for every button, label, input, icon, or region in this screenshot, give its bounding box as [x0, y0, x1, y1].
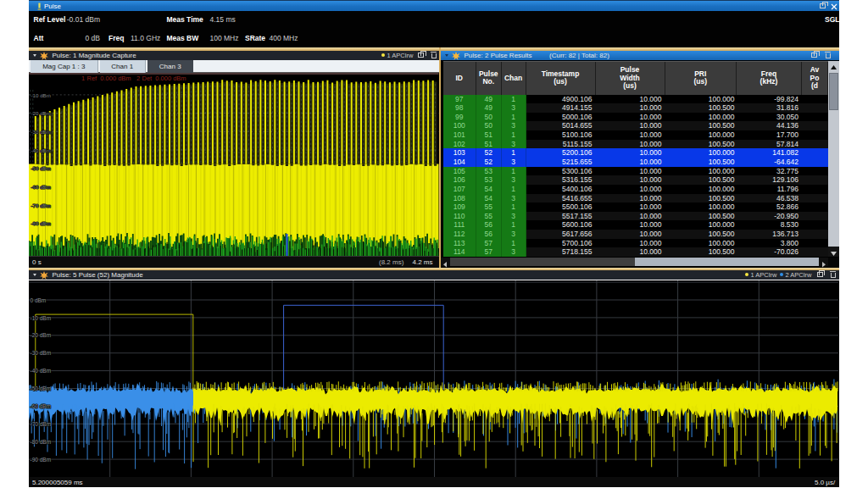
svg-text:-10 dBm: -10 dBm: [31, 92, 51, 97]
svg-text:-40 dBm: -40 dBm: [31, 368, 52, 374]
svg-text:0 dBm: 0 dBm: [31, 297, 47, 302]
svg-text:Ref 0.000 dBm: Ref 0.000 dBm: [87, 75, 131, 82]
svg-text:Det 0.000 dBm: Det 0.000 dBm: [142, 75, 186, 82]
svg-text:-30 dBm: -30 dBm: [31, 350, 52, 356]
svg-text:-40 dBm: -40 dBm: [31, 147, 51, 152]
svg-text:-60 dBm: -60 dBm: [31, 184, 51, 190]
svg-text:-60 dBm: -60 dBm: [31, 403, 52, 409]
svg-text:-90 dBm: -90 dBm: [31, 456, 52, 462]
svg-text:-20 dBm: -20 dBm: [31, 332, 52, 338]
svg-text:-80 dBm: -80 dBm: [31, 220, 51, 226]
svg-text:1: 1: [81, 75, 85, 82]
svg-text:-70 dBm: -70 dBm: [31, 202, 51, 208]
svg-text:-80 dBm: -80 dBm: [31, 438, 52, 444]
svg-text:-50 dBm: -50 dBm: [31, 385, 52, 391]
svg-text:-20 dBm: -20 dBm: [31, 110, 51, 116]
svg-text:-50 dBm: -50 dBm: [31, 165, 51, 171]
svg-text:-70 dBm: -70 dBm: [31, 420, 52, 426]
svg-text:-10 dBm: -10 dBm: [31, 314, 52, 320]
svg-text:2: 2: [136, 75, 140, 82]
svg-text:-30 dBm: -30 dBm: [31, 128, 51, 134]
